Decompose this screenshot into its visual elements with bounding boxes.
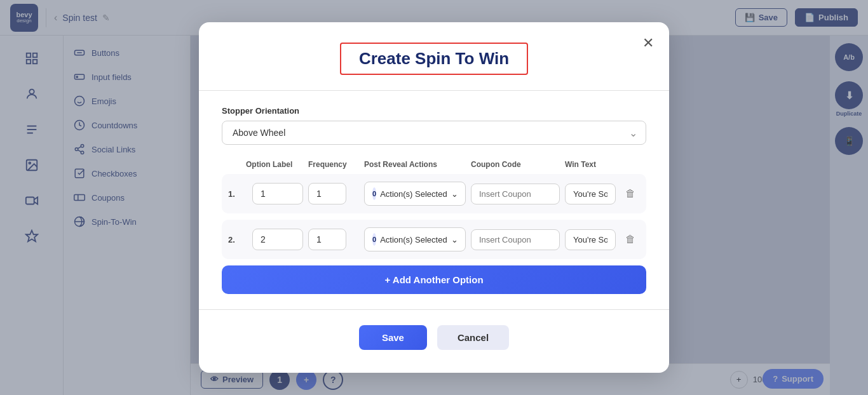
add-option-button[interactable]: + Add Another Option [222,265,646,294]
row-1-coupon[interactable] [471,184,560,204]
stopper-orientation-wrapper: Above Wheel Below Wheel Left Right ⌄ [222,121,646,145]
stopper-orientation-label: Stopper Orientation [222,106,646,116]
row-1-option-label[interactable] [252,183,303,204]
row-2-option-label[interactable] [252,229,303,250]
row-2-frequency[interactable] [308,229,346,250]
modal-close-button[interactable]: ✕ [642,35,654,51]
row-1-actions-count: 0 [372,187,376,200]
row-1-frequency[interactable] [308,183,346,204]
row-1-win-text[interactable] [565,184,616,204]
table-row: 2. 0 Action(s) Selected ⌄ 🗑 [222,220,646,259]
row-1-delete-button[interactable]: 🗑 [621,188,640,199]
table-header: Option Label Frequency Post Reveal Actio… [222,160,646,174]
row-2-num: 2. [228,235,247,244]
row-2-delete-button[interactable]: 🗑 [621,234,640,245]
col-post-reveal: Post Reveal Actions [364,160,466,169]
row-2-actions-count: 0 [372,233,376,246]
stopper-orientation-select[interactable]: Above Wheel Below Wheel Left Right [222,121,646,145]
modal-overlay: Create Spin To Win ✕ Stopper Orientation… [0,0,868,395]
modal-save-button[interactable]: Save [359,325,427,350]
col-frequency: Frequency [308,160,359,169]
modal-cancel-button[interactable]: Cancel [437,325,509,350]
row-1-num: 1. [228,189,247,199]
row-2-actions-label: Action(s) Selected [380,235,447,244]
row-1-actions-label: Action(s) Selected [380,189,447,199]
row-1-actions-select[interactable]: 0 Action(s) Selected ⌄ [364,182,466,206]
row-2-actions-chevron: ⌄ [451,235,458,244]
modal-footer-divider [199,309,669,310]
table-row: 1. 0 Action(s) Selected ⌄ 🗑 [222,174,646,213]
row-2-win-text[interactable] [565,229,616,250]
modal-title: Create Spin To Win [340,43,528,75]
modal-top-divider [199,90,669,91]
row-2-coupon[interactable] [471,229,560,250]
stopper-orientation-section: Stopper Orientation Above Wheel Below Wh… [222,106,646,145]
modal-footer: Save Cancel [222,325,646,350]
row-1-actions-chevron: ⌄ [451,189,458,199]
col-win-text: Win Text [565,160,622,169]
modal: Create Spin To Win ✕ Stopper Orientation… [199,22,669,373]
col-option-label: Option Label [246,160,303,169]
col-coupon-code: Coupon Code [471,160,560,169]
row-2-actions-select[interactable]: 0 Action(s) Selected ⌄ [364,227,466,251]
modal-header: Create Spin To Win ✕ [222,43,646,75]
